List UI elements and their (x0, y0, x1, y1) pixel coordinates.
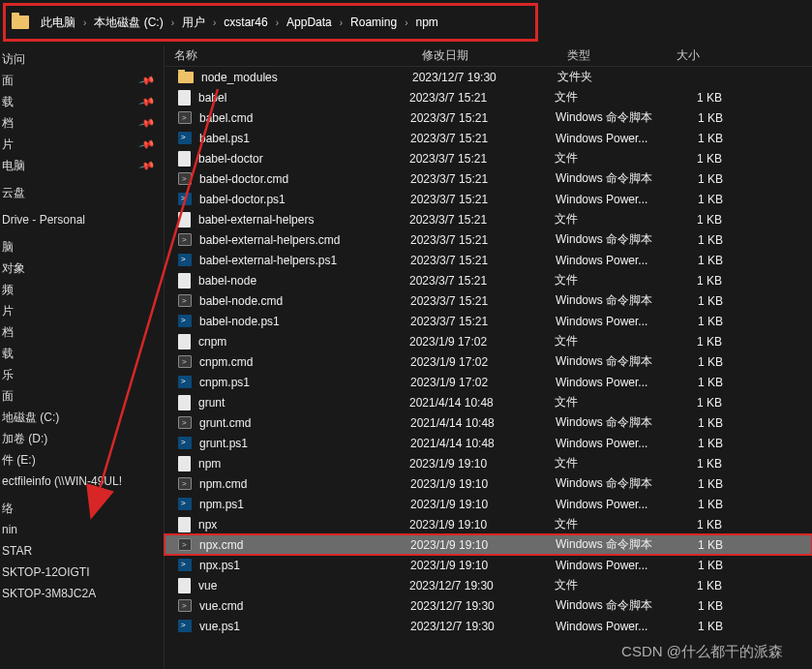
sidebar-item[interactable]: 访问 (0, 48, 164, 70)
sidebar-item[interactable]: 乐 (0, 364, 164, 385)
file-name: npm (198, 457, 409, 471)
file-date: 2023/3/7 15:21 (410, 111, 556, 125)
chevron-right-icon: › (340, 17, 343, 28)
file-row[interactable]: babel-external-helpers.ps12023/3/7 15:21… (165, 250, 812, 270)
file-icon (178, 212, 191, 228)
breadcrumb-segment[interactable]: cxstar46 (224, 15, 267, 29)
sidebar-item[interactable]: 档 (0, 321, 164, 343)
col-date[interactable]: 修改日期 (412, 47, 557, 64)
col-type[interactable]: 类型 (557, 47, 667, 64)
sidebar-item[interactable]: 片📌 (0, 134, 164, 155)
file-name: babel.ps1 (199, 132, 410, 145)
sidebar-item-label: 件 (E:) (2, 452, 36, 469)
file-row[interactable]: cnpm.cmd2023/1/9 17:02Windows 命令脚本1 KB (165, 351, 812, 372)
file-row[interactable]: grunt.ps12021/4/14 10:48Windows Power...… (165, 433, 812, 453)
file-date: 2023/3/7 15:21 (410, 233, 556, 247)
sidebar-item-label: SKTOP-12OIGTI (2, 565, 89, 579)
file-row[interactable]: babel-node.cmd2023/3/7 15:21Windows 命令脚本… (165, 290, 812, 311)
file-size: 1 KB (665, 315, 742, 328)
file-row[interactable]: cnpm2023/1/9 17:02文件1 KB (165, 331, 812, 351)
file-type: 文件夹 (557, 69, 667, 85)
sidebar-item[interactable]: 电脑📌 (0, 155, 164, 176)
cmd-icon (178, 172, 192, 185)
breadcrumb-segment[interactable]: npm (415, 15, 437, 29)
file-type: 文件 (555, 150, 664, 167)
sidebar-item[interactable]: SKTOP-12OIGTI (0, 562, 164, 583)
file-type: Windows Power... (556, 437, 665, 450)
col-size[interactable]: 大小 (667, 47, 744, 64)
file-name: babel-external-helpers.cmd (199, 233, 410, 247)
file-row[interactable]: node_modules2023/12/7 19:30文件夹 (165, 67, 812, 87)
file-size: 1 KB (665, 538, 742, 552)
sidebar-item[interactable]: 面📌 (0, 70, 164, 91)
file-row[interactable]: grunt2021/4/14 10:48文件1 KB (165, 392, 812, 412)
sidebar-item[interactable]: 云盘 (0, 182, 164, 203)
sidebar-item[interactable]: 面 (0, 385, 164, 407)
sidebar-item[interactable]: 件 (E:) (0, 449, 164, 471)
file-size: 1 KB (664, 457, 741, 471)
sidebar-item[interactable]: STAR (0, 540, 164, 562)
sidebar-item[interactable]: nin (0, 519, 164, 540)
file-row[interactable]: vue2023/12/7 19:30文件1 KB (165, 575, 812, 595)
breadcrumb-segment[interactable]: AppData (286, 15, 332, 29)
ps1-icon (178, 193, 192, 205)
file-row[interactable]: cnpm.ps12023/1/9 17:02Windows Power...1 … (165, 372, 812, 392)
address-bar[interactable]: 此电脑›本地磁盘 (C:)›用户›cxstar46›AppData›Roamin… (3, 3, 538, 42)
sidebar-item-label: 乐 (2, 367, 14, 383)
sidebar-item[interactable]: SKTOP-3M8JC2A (0, 583, 164, 604)
file-row[interactable]: babel.cmd2023/3/7 15:21Windows 命令脚本1 KB (165, 107, 812, 128)
file-date: 2023/12/7 19:30 (412, 71, 557, 84)
file-size: 1 KB (665, 132, 742, 145)
file-row[interactable]: npx.cmd2023/1/9 19:10Windows 命令脚本1 KB (165, 534, 812, 555)
sidebar-item[interactable]: 地磁盘 (C:) (0, 407, 164, 428)
sidebar-item[interactable]: 对象 (0, 258, 164, 279)
sidebar-item[interactable]: 脑 (0, 236, 164, 258)
file-row[interactable]: babel-node2023/3/7 15:21文件1 KB (165, 270, 812, 290)
file-name: babel (198, 91, 409, 105)
file-name: babel-external-helpers (198, 213, 409, 227)
file-row[interactable]: vue.ps12023/12/7 19:30Windows Power...1 … (165, 616, 812, 636)
file-size: 1 KB (665, 294, 742, 308)
file-row[interactable]: npm2023/1/9 19:10文件1 KB (165, 453, 812, 473)
breadcrumb-segment[interactable]: 用户 (182, 15, 205, 29)
file-row[interactable]: npx2023/1/9 19:10文件1 KB (165, 514, 812, 534)
file-row[interactable]: babel.ps12023/3/7 15:21Windows Power...1… (165, 128, 812, 148)
breadcrumb-segment[interactable]: Roaming (350, 15, 397, 29)
file-size: 1 KB (665, 233, 742, 247)
file-row[interactable]: babel-doctor2023/3/7 15:21文件1 KB (165, 148, 812, 168)
breadcrumb-segment[interactable]: 本地磁盘 (C:) (94, 15, 163, 29)
file-name: npx (198, 518, 409, 532)
file-row[interactable]: npm.cmd2023/1/9 19:10Windows 命令脚本1 KB (165, 473, 812, 494)
sidebar-item[interactable]: 加卷 (D:) (0, 428, 164, 449)
file-type: 文件 (555, 455, 664, 471)
file-date: 2023/3/7 15:21 (409, 274, 555, 288)
file-row[interactable]: babel-node.ps12023/3/7 15:21Windows Powe… (165, 311, 812, 331)
sidebar-item[interactable]: 档📌 (0, 112, 164, 134)
file-list[interactable]: node_modules2023/12/7 19:30文件夹babel2023/… (165, 67, 812, 636)
file-row[interactable]: babel2023/3/7 15:21文件1 KB (165, 87, 812, 107)
sidebar-item[interactable]: 络 (0, 498, 164, 519)
sidebar-item[interactable]: 频 (0, 279, 164, 300)
file-row[interactable]: babel-doctor.cmd2023/3/7 15:21Windows 命令… (165, 168, 812, 189)
file-type: 文件 (555, 211, 664, 228)
file-row[interactable]: npx.ps12023/1/9 19:10Windows Power...1 K… (165, 555, 812, 575)
sidebar-item-label: 面 (2, 388, 14, 405)
file-row[interactable]: grunt.cmd2021/4/14 10:48Windows 命令脚本1 KB (165, 412, 812, 433)
file-name: node_modules (201, 71, 412, 84)
sidebar-item[interactable]: 片 (0, 300, 164, 321)
sidebar-item-label: 对象 (2, 260, 25, 277)
sidebar-item[interactable]: 载 (0, 343, 164, 364)
breadcrumb-segment[interactable]: 此电脑 (41, 15, 75, 29)
sidebar-item[interactable]: Drive - Personal (0, 209, 164, 230)
file-row[interactable]: vue.cmd2023/12/7 19:30Windows 命令脚本1 KB (165, 595, 812, 616)
col-name[interactable]: 名称 (165, 47, 412, 64)
column-headers[interactable]: 名称 修改日期 类型 大小 (165, 46, 812, 67)
file-row[interactable]: npm.ps12023/1/9 19:10Windows Power...1 K… (165, 494, 812, 514)
file-row[interactable]: babel-external-helpers.cmd2023/3/7 15:21… (165, 229, 812, 250)
sidebar-item[interactable]: ectfileinfo (\\WIN-49UL! (0, 471, 164, 492)
chevron-right-icon: › (213, 17, 216, 28)
file-row[interactable]: babel-doctor.ps12023/3/7 15:21Windows Po… (165, 189, 812, 209)
file-row[interactable]: babel-external-helpers2023/3/7 15:21文件1 … (165, 209, 812, 229)
file-type: 文件 (555, 516, 664, 532)
sidebar-item[interactable]: 载📌 (0, 91, 164, 112)
